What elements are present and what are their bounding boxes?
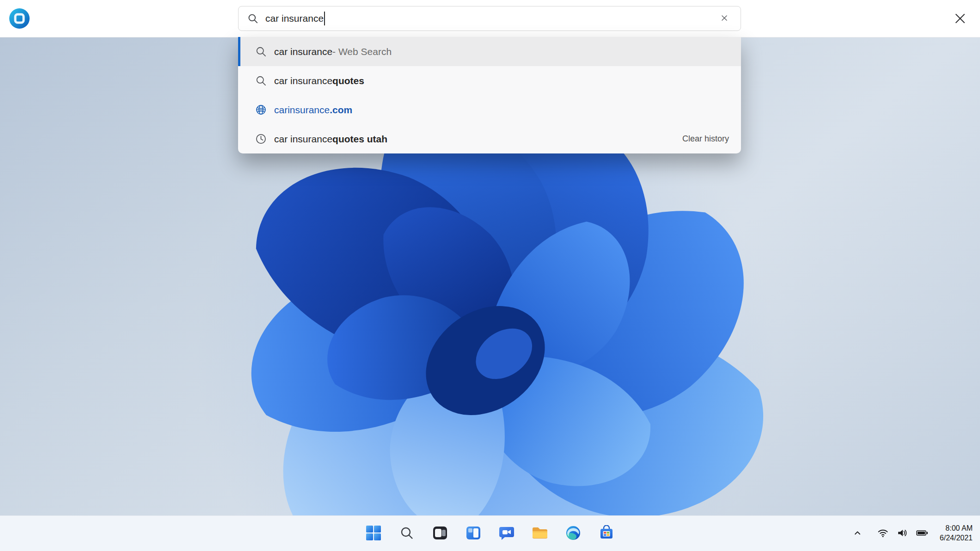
chat-icon bbox=[499, 525, 514, 542]
close-window-button[interactable] bbox=[951, 10, 969, 28]
suggestion-text-bold: .com bbox=[330, 104, 352, 116]
widgets-icon bbox=[466, 525, 481, 542]
suggestion-text: car insurance bbox=[274, 75, 332, 86]
file-explorer-icon bbox=[532, 525, 548, 542]
tray-date: 6/24/2021 bbox=[940, 533, 973, 543]
browser-logo-icon bbox=[8, 7, 31, 30]
store-icon bbox=[599, 525, 614, 542]
globe-icon bbox=[255, 104, 267, 116]
suggestion-suffix: - Web Search bbox=[332, 46, 392, 57]
suggestion-text: car insurance bbox=[274, 46, 332, 57]
system-tray: 8:00 AM 6/24/2021 bbox=[850, 516, 973, 551]
wifi-icon bbox=[877, 527, 889, 540]
file-explorer-button[interactable] bbox=[529, 523, 551, 544]
search-input[interactable]: car insurance bbox=[238, 6, 741, 31]
search-header-bar: car insurance bbox=[0, 0, 980, 37]
close-x-icon bbox=[952, 11, 968, 28]
text-cursor bbox=[324, 12, 325, 25]
selection-accent-bar bbox=[238, 37, 240, 66]
volume-icon bbox=[896, 527, 908, 540]
tray-clock[interactable]: 8:00 AM 6/24/2021 bbox=[940, 524, 973, 543]
clear-search-button[interactable] bbox=[717, 10, 732, 27]
task-view-button[interactable] bbox=[429, 523, 451, 544]
chevron-up-icon bbox=[852, 527, 863, 540]
screen: car insurance bbox=[0, 0, 980, 551]
suggestion-web-search[interactable]: car insurance - Web Search bbox=[238, 37, 741, 66]
suggestion-text-bold: quotes bbox=[332, 75, 364, 86]
tray-time: 8:00 AM bbox=[940, 524, 973, 533]
volume-button[interactable] bbox=[894, 525, 910, 542]
search-suggestions-panel: car insurance - Web Search car insurance… bbox=[238, 37, 741, 153]
task-view-icon bbox=[432, 525, 448, 542]
taskbar-center-icons bbox=[363, 516, 617, 551]
tray-overflow-button[interactable] bbox=[850, 526, 865, 542]
close-x-icon bbox=[719, 13, 729, 24]
suggestion-text: carinsurance bbox=[274, 104, 330, 116]
history-icon bbox=[255, 133, 267, 145]
wifi-button[interactable] bbox=[875, 525, 891, 542]
edge-icon bbox=[565, 525, 581, 542]
search-query-text: car insurance bbox=[265, 13, 324, 24]
suggestion-history[interactable]: car insurance quotes utah Clear history bbox=[238, 124, 741, 153]
taskbar-search-button[interactable] bbox=[396, 523, 417, 544]
search-icon bbox=[247, 12, 259, 24]
widgets-button[interactable] bbox=[463, 523, 484, 544]
suggestion-text-bold: quotes utah bbox=[332, 134, 387, 145]
edge-browser-button[interactable] bbox=[563, 523, 584, 544]
battery-icon bbox=[916, 527, 929, 540]
start-button[interactable] bbox=[363, 523, 384, 544]
search-icon bbox=[255, 74, 267, 87]
clear-history-button[interactable]: Clear history bbox=[681, 132, 730, 146]
suggestion-website[interactable]: carinsurance .com bbox=[238, 95, 741, 124]
suggestion-text: car insurance bbox=[274, 134, 332, 145]
taskbar: 8:00 AM 6/24/2021 bbox=[0, 515, 980, 551]
battery-button[interactable] bbox=[914, 525, 931, 542]
start-icon bbox=[366, 525, 381, 542]
microsoft-store-button[interactable] bbox=[596, 523, 617, 544]
suggestion-quotes[interactable]: car insurance quotes bbox=[238, 66, 741, 95]
search-icon bbox=[399, 526, 414, 542]
chat-button[interactable] bbox=[496, 523, 517, 544]
search-icon bbox=[255, 45, 267, 58]
